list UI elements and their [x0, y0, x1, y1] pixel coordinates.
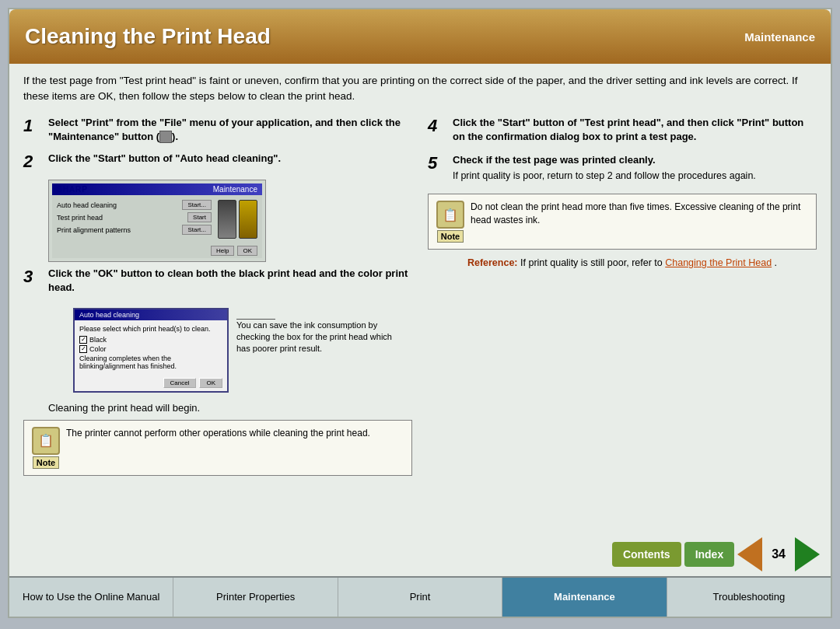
dialog1-help-btn[interactable]: Help: [211, 246, 234, 256]
step-2-number: 2: [23, 152, 40, 172]
left-column: 1 Select "Print" from the "File" menu of…: [23, 116, 412, 482]
dialog1-body: Auto head cleaning Start... Test print h…: [52, 195, 262, 243]
note-label-right: Note: [437, 230, 464, 243]
cleaning-text: Cleaning the print head will begin.: [48, 402, 412, 414]
dialog1-cartridges: [218, 200, 257, 239]
dialog1-options: Auto head cleaning Start... Test print h…: [57, 200, 212, 239]
step-1-number: 1: [23, 116, 40, 136]
dialog1-ok-btn[interactable]: OK: [237, 246, 257, 256]
reference-text: If print quality is still poor, refer to: [520, 257, 665, 268]
step-4-text: Click the "Start" button of "Test print …: [453, 116, 817, 144]
reference-prefix: Reference:: [467, 257, 518, 268]
dialog2-option-color: ✓ Color: [79, 345, 222, 353]
step-5-text: Check if the test page was printed clean…: [453, 153, 756, 167]
step-2-text: Click the "Start" button of "Auto head c…: [48, 152, 281, 166]
dialog2-option-black: ✓ Black: [79, 336, 222, 344]
dialog1-row-2: Test print head Start: [57, 212, 212, 222]
footer-tab-2[interactable]: Print: [338, 578, 502, 617]
dialog1-title: Maintenance: [213, 185, 257, 194]
note-icon-right: 📋: [436, 201, 464, 229]
reference-suffix: .: [775, 257, 777, 268]
step-2: 2 Click the "Start" button of "Auto head…: [23, 152, 412, 172]
bottom-navigation: Contents Index 34: [9, 533, 831, 576]
page-content: If the test page from "Test print head" …: [9, 64, 831, 533]
note-box-left: 📋 Note The printer cannot perform other …: [23, 420, 412, 476]
note-icon-group-right: 📋 Note: [436, 201, 464, 243]
dialog1-row-1: Auto head cleaning Start...: [57, 200, 212, 210]
checkbox-black-label: Black: [89, 336, 107, 344]
two-column-layout: 1 Select "Print" from the "File" menu of…: [23, 116, 817, 482]
right-column: 4 Click the "Start" button of "Test prin…: [428, 116, 817, 482]
dialog2-footer: Cancel OK: [75, 378, 227, 391]
dialog2-body: Please select which print head(s) to cle…: [75, 320, 227, 378]
footer-tab-4[interactable]: Troubleshooting: [667, 578, 831, 617]
step-4: 4 Click the "Start" button of "Test prin…: [428, 116, 817, 144]
dialog1-btn-3[interactable]: Start...: [182, 225, 212, 235]
dialog1-footer: Help OK: [52, 243, 262, 258]
dialog1-label-2: Test print head: [57, 214, 103, 222]
step-5-subtext: If print quality is poor, return to step…: [453, 170, 756, 181]
step-5: 5 Check if the test page was printed cle…: [428, 153, 817, 181]
main-container: Cleaning the Print Head Maintenance If t…: [8, 8, 832, 618]
footer-tab-bar: How to Use the Online ManualPrinter Prop…: [9, 576, 831, 617]
callout-area: You can save the ink consumption by chec…: [236, 303, 392, 355]
reference-link[interactable]: Changing the Print Head: [665, 257, 772, 268]
step-3-text: Click the "OK" button to clean both the …: [48, 267, 412, 295]
step-5-content: Check if the test page was printed clean…: [453, 153, 756, 181]
dialog2-note: Cleaning completes when the blinking/ali…: [79, 355, 222, 370]
dialog1-label-3: Print alignment patterns: [57, 226, 131, 234]
dialog1-label-1: Auto head cleaning: [57, 201, 117, 209]
footer-tab-1[interactable]: Printer Properties: [173, 578, 338, 617]
checkbox-color[interactable]: ✓: [79, 345, 87, 353]
step-5-number: 5: [428, 153, 445, 173]
prev-page-arrow[interactable]: [737, 537, 762, 571]
next-page-arrow[interactable]: [795, 537, 820, 571]
step-3: 3 Click the "OK" button to clean both th…: [23, 267, 412, 295]
dialog1-sharp-logo: SHARP: [57, 185, 88, 194]
dialog2-prompt: Please select which print head(s) to cle…: [79, 325, 222, 333]
intro-text: If the test page from "Test print head" …: [23, 73, 817, 105]
dialog1-btn-2[interactable]: Start: [187, 212, 212, 222]
step-3-number: 3: [23, 267, 40, 287]
reference-area: Reference: If print quality is still poo…: [428, 257, 817, 268]
note-text-left: The printer cannot perform other operati…: [66, 427, 370, 440]
dialog2-mockup: Auto head cleaning Please select which p…: [73, 308, 229, 393]
footer-tab-0[interactable]: How to Use the Online Manual: [9, 578, 173, 617]
note-box-right: 📋 Note Do not clean the print head more …: [428, 194, 817, 250]
dialog2-cancel-btn[interactable]: Cancel: [163, 378, 197, 388]
page-header: Cleaning the Print Head Maintenance: [9, 9, 831, 64]
maintenance-icon-ref: [159, 131, 172, 143]
note-label-left: Note: [33, 456, 59, 469]
black-cartridge: [218, 200, 236, 239]
callout-text: You can save the ink consumption by chec…: [236, 320, 392, 355]
step3-dialog-area: Auto head cleaning Please select which p…: [48, 303, 412, 397]
note-icon-group-left: 📋 Note: [32, 427, 60, 469]
color-cartridge: [239, 200, 257, 239]
step-1-text: Select "Print" from the "File" menu of y…: [48, 116, 412, 144]
checkbox-black[interactable]: ✓: [79, 336, 87, 344]
dialog1-row-3: Print alignment patterns Start...: [57, 225, 212, 235]
dialog2-title: Auto head cleaning: [75, 309, 227, 320]
page-category: Maintenance: [744, 30, 815, 44]
page-title: Cleaning the Print Head: [25, 24, 271, 49]
dialog2-ok-btn[interactable]: OK: [199, 378, 222, 388]
step-1: 1 Select "Print" from the "File" menu of…: [23, 116, 412, 144]
page-number: 34: [765, 547, 792, 561]
dialog1-btn-1[interactable]: Start...: [182, 200, 212, 210]
footer-tab-3[interactable]: Maintenance: [502, 578, 667, 617]
step-4-number: 4: [428, 116, 445, 136]
note-text-right: Do not clean the print head more than fi…: [471, 201, 808, 227]
contents-button[interactable]: Contents: [612, 542, 681, 567]
dialog1-title-bar: SHARP Maintenance: [52, 183, 262, 195]
checkbox-color-label: Color: [89, 345, 107, 353]
index-button[interactable]: Index: [684, 542, 735, 567]
dialog1-mockup: SHARP Maintenance Auto head cleaning Sta…: [48, 180, 266, 262]
note-icon-left: 📋: [32, 427, 60, 455]
